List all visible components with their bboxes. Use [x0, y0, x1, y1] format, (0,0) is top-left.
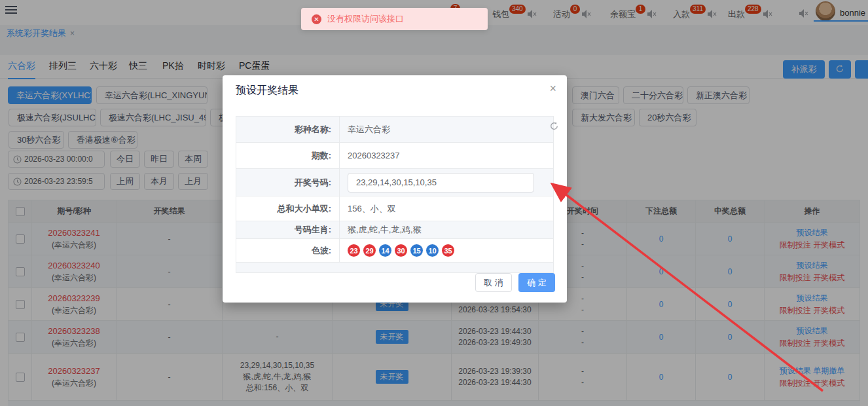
- cancel-button[interactable]: 取 消: [475, 273, 512, 292]
- draw-numbers-input[interactable]: [348, 173, 534, 193]
- lottery-ball: 14: [379, 244, 391, 257]
- regenerate-numbers-icon[interactable]: [549, 121, 559, 131]
- preset-form: 彩种名称: 幸运六合彩 期数: 20260323237 开奖号码: 总和大小单双…: [236, 116, 554, 273]
- lottery-ball: 35: [442, 244, 454, 257]
- close-icon[interactable]: ×: [549, 82, 556, 96]
- field-value-period: 20260323237: [340, 143, 553, 168]
- field-value-sum: 156、小、双: [340, 196, 553, 221]
- lottery-ball: 30: [395, 244, 407, 257]
- app-root: 7 钱包340 活动0 余额宝1 入款311 出款228 bonnie 系统彩开…: [0, 0, 868, 406]
- error-message: 没有权限访问该接口: [327, 13, 404, 25]
- field-value-name: 幸运六合彩: [340, 117, 553, 142]
- field-label-numbers: 开奖号码:: [236, 169, 340, 196]
- color-wave-balls: 23 29 14 30 15 10 35: [340, 239, 553, 262]
- field-label-zodiac: 号码生肖:: [236, 221, 340, 238]
- field-label-wave: 色波:: [236, 239, 340, 262]
- lottery-ball: 10: [426, 244, 439, 257]
- error-toast: ✕ 没有权限访问该接口: [301, 8, 488, 30]
- modal-title: 预设开奖结果: [236, 84, 298, 98]
- error-icon: ✕: [312, 14, 321, 24]
- field-value-zodiac: 猴,虎,蛇,牛,龙,鸡,猴: [340, 221, 553, 238]
- confirm-button[interactable]: 确 定: [518, 273, 555, 292]
- field-label-period: 期数:: [236, 143, 340, 168]
- lottery-ball: 23: [348, 244, 360, 257]
- lottery-ball: 15: [410, 244, 423, 257]
- preset-result-modal: 预设开奖结果 × 彩种名称: 幸运六合彩 期数: 20260323237 开奖号…: [223, 75, 567, 303]
- field-label-sum: 总和大小单双:: [236, 196, 340, 221]
- lottery-ball: 29: [363, 244, 376, 257]
- field-label-name: 彩种名称:: [236, 117, 340, 142]
